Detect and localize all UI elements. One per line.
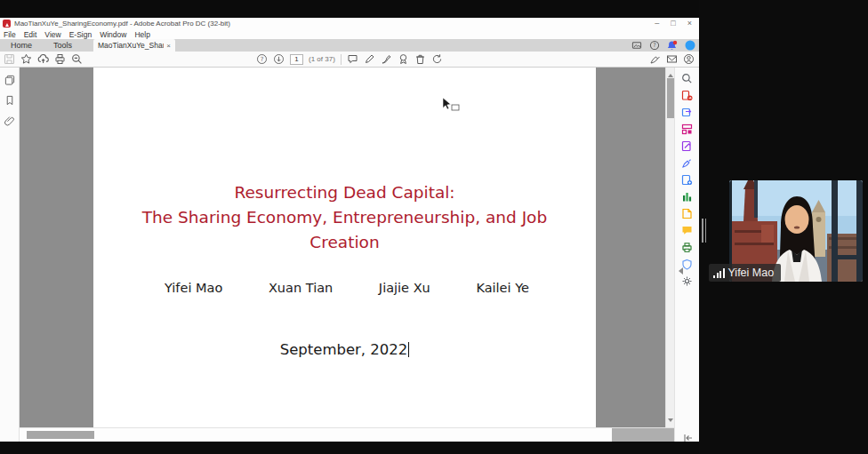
scan-ocr-icon[interactable]	[681, 191, 693, 203]
participant-name-tag: Yifei Mao	[709, 264, 781, 282]
slide-date: September, 2022	[93, 341, 596, 358]
refresh-icon[interactable]	[431, 53, 443, 65]
menu-edit[interactable]: Edit	[24, 30, 37, 39]
page-thumbnails-icon[interactable]	[4, 74, 15, 85]
fill-sign-pen-icon[interactable]	[649, 53, 661, 65]
menu-help[interactable]: Help	[134, 30, 149, 39]
page-number-input[interactable]: 1	[290, 54, 303, 65]
menu-file[interactable]: File	[4, 30, 16, 39]
main-toolbar: ? 1 (1 of 37)	[0, 52, 699, 68]
svg-text:?: ?	[653, 42, 655, 49]
left-navigation-rail	[0, 68, 20, 442]
search-zoom-icon[interactable]	[71, 53, 83, 65]
trash-icon[interactable]	[414, 53, 426, 65]
scroll-down-icon[interactable]	[668, 418, 673, 425]
window-title: MaoTianXuYe_SharingEconomy.pdf - Adobe A…	[14, 20, 230, 28]
export-pdf-icon[interactable]	[681, 90, 693, 101]
panel-drag-handle[interactable]	[702, 219, 707, 243]
tab-home[interactable]: Home	[0, 39, 43, 52]
signature-quill-icon[interactable]	[381, 53, 392, 65]
horizontal-scrollbar-thumb[interactable]	[27, 431, 94, 439]
bookmarks-icon[interactable]	[4, 94, 15, 106]
text-caret	[408, 342, 409, 357]
scroll-up-icon[interactable]	[668, 71, 673, 77]
user-avatar[interactable]	[684, 40, 695, 52]
collapse-panel-icon[interactable]	[683, 430, 694, 446]
acrobat-window: MaoTianXuYe_SharingEconomy.pdf - Adobe A…	[0, 18, 699, 442]
scrollbar-corner-block	[612, 428, 674, 442]
toolbar-divider	[341, 54, 342, 65]
comment-icon[interactable]	[347, 53, 358, 65]
highlighter-icon[interactable]	[364, 53, 375, 65]
page-down-icon[interactable]	[273, 53, 285, 65]
author-name: Jiajie Xu	[379, 281, 430, 295]
notifications-bell-icon[interactable]	[666, 40, 678, 52]
tab-bar: Home Tools MaoTianXuYe_Shari... ×	[0, 39, 699, 52]
maximize-button[interactable]: □	[671, 18, 675, 29]
share-screen-icon[interactable]	[631, 40, 642, 52]
protect-pdf-icon[interactable]	[681, 208, 693, 219]
tab-document[interactable]: MaoTianXuYe_Shari... ×	[93, 39, 175, 52]
svg-text:?: ?	[261, 56, 264, 63]
vertical-scrollbar-thumb[interactable]	[667, 78, 674, 118]
organize-pages-icon[interactable]	[681, 123, 693, 135]
document-view-area: Resurrecting Dead Capital: The Sharing E…	[20, 68, 665, 427]
help-circle-icon[interactable]: ?	[256, 53, 268, 65]
horizontal-scrollbar[interactable]	[20, 427, 674, 442]
settings-icon[interactable]	[681, 275, 693, 287]
create-pdf-icon[interactable]	[681, 107, 693, 118]
document-tab-label: MaoTianXuYe_Shari...	[98, 41, 164, 50]
star-icon[interactable]	[20, 53, 32, 65]
author-name: Yifei Mao	[165, 281, 222, 295]
vertical-scrollbar[interactable]	[665, 68, 674, 427]
pdf-page: Resurrecting Dead Capital: The Sharing E…	[93, 68, 596, 427]
save-icon[interactable]	[4, 53, 15, 65]
close-button[interactable]: ×	[687, 18, 692, 29]
participant-name: Yifei Mao	[728, 267, 775, 279]
meeting-video-panel: Yifei Mao	[699, 0, 868, 454]
slide-authors: Yifei Mao Xuan Tian Jiajie Xu Kailei Ye	[165, 281, 529, 295]
fill-sign-icon[interactable]	[681, 157, 693, 169]
account-search-icon[interactable]	[683, 53, 695, 65]
minimize-button[interactable]: –	[655, 18, 659, 29]
tab-tools[interactable]: Tools	[43, 39, 83, 52]
audio-signal-icon	[713, 268, 725, 278]
print-icon[interactable]	[54, 53, 66, 65]
search-icon[interactable]	[681, 73, 693, 84]
more-tools-icon[interactable]	[681, 174, 693, 186]
panel-expand-icon[interactable]	[675, 267, 683, 275]
mouse-cursor	[442, 98, 462, 117]
menu-view[interactable]: View	[44, 30, 60, 39]
share-cloud-icon[interactable]	[37, 53, 49, 65]
print-production-icon[interactable]	[681, 242, 693, 253]
slide-title: Resurrecting Dead Capital: The Sharing E…	[93, 180, 596, 255]
tab-close-icon[interactable]: ×	[166, 42, 171, 50]
tools-panel	[674, 68, 699, 442]
page-count-label: (1 of 37)	[309, 55, 335, 63]
comment-tool-icon[interactable]	[681, 225, 693, 236]
menu-bar: File Edit View E-Sign Window Help	[0, 29, 699, 39]
menu-esign[interactable]: E-Sign	[69, 30, 92, 39]
menu-window[interactable]: Window	[100, 30, 126, 39]
edit-pdf-icon[interactable]	[681, 140, 693, 152]
help-icon[interactable]: ?	[648, 40, 660, 52]
email-icon[interactable]	[666, 53, 678, 65]
attachments-icon[interactable]	[4, 115, 15, 126]
stamp-badge-icon[interactable]	[398, 53, 409, 65]
author-name: Xuan Tian	[269, 281, 333, 295]
author-name: Kailei Ye	[476, 281, 529, 295]
title-bar: MaoTianXuYe_SharingEconomy.pdf - Adobe A…	[0, 18, 699, 29]
acrobat-app-icon	[3, 20, 11, 28]
